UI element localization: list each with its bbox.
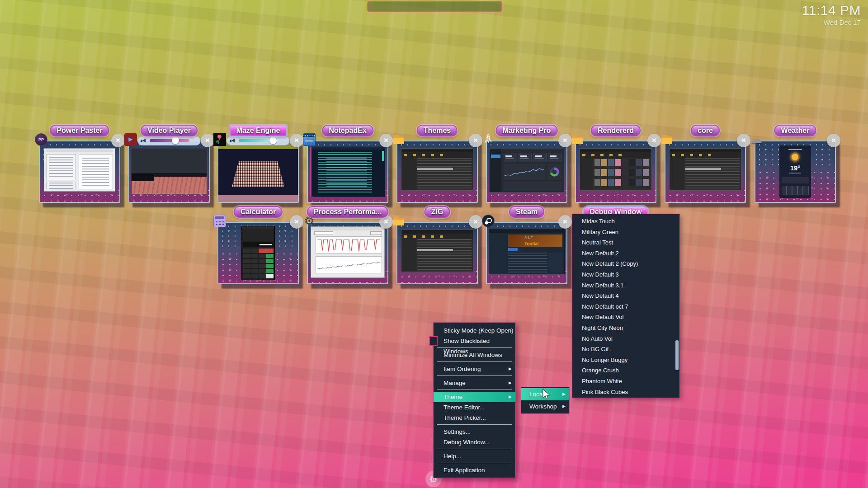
window-label[interactable]: Rendererd xyxy=(591,125,641,136)
menu-item-help[interactable]: Help... xyxy=(434,451,515,461)
left-panel xyxy=(46,154,76,180)
theme-list-item[interactable]: New Default 2 xyxy=(572,248,679,259)
window-item: Rendererd× xyxy=(575,141,656,203)
window-close-button[interactable]: × xyxy=(379,134,393,147)
window-close-button[interactable]: × xyxy=(647,134,661,147)
window-thumbnail[interactable]: ALTToolkit xyxy=(486,222,567,284)
window-thumbnail[interactable] xyxy=(396,222,478,284)
window-label[interactable]: Marketing Pro xyxy=(496,125,558,136)
window-thumbnail[interactable] xyxy=(307,222,388,284)
display-value-line xyxy=(259,244,272,245)
window-thumbnail[interactable] xyxy=(575,141,656,203)
theme-list-item[interactable]: New Default 3.1 xyxy=(572,280,679,291)
window-thumbnail[interactable] xyxy=(665,141,746,203)
store-banner: ALTToolkit xyxy=(508,235,563,247)
window-close-button[interactable]: × xyxy=(201,134,214,147)
thumbnail-tile xyxy=(629,179,635,187)
folder-front xyxy=(661,138,672,144)
window-close-button[interactable]: × xyxy=(290,215,303,229)
window-label[interactable]: Power Paster xyxy=(50,125,109,136)
window-close-button[interactable]: × xyxy=(827,134,840,147)
window-label[interactable]: Themes xyxy=(417,125,458,136)
theme-list-item[interactable]: Orange Crush xyxy=(572,365,679,376)
window-close-button[interactable]: × xyxy=(111,134,125,147)
theme-list-item[interactable]: No Auto Vol xyxy=(572,333,679,344)
clock-time: 11:14 PM xyxy=(802,3,861,18)
window-close-button[interactable]: × xyxy=(469,215,482,229)
theme-list-item[interactable]: New Default Vol xyxy=(572,312,679,323)
window-item: Maze Engine× xyxy=(217,141,299,203)
menu-item-sticky-mode-keep-open[interactable]: Sticky Mode (Keep Open) xyxy=(434,325,515,336)
menu-item-exit-application[interactable]: Exit Application xyxy=(434,465,515,475)
window-label[interactable]: NotepadEx xyxy=(322,125,373,136)
theme-list-item[interactable]: No BG Gif xyxy=(572,344,679,355)
calc-key xyxy=(250,259,258,263)
window-close-button[interactable]: × xyxy=(469,134,482,147)
window-label[interactable]: core xyxy=(691,125,720,136)
theme-list-item[interactable]: Military Green xyxy=(572,227,679,238)
menu-item-theme-editor[interactable]: Theme Editor... xyxy=(434,402,515,413)
window-label[interactable]: Weather xyxy=(774,125,816,136)
speaker-icon-cone xyxy=(142,139,146,142)
window-thumbnail[interactable] xyxy=(128,141,210,203)
menu-item-manage[interactable]: Manage▶ xyxy=(434,378,515,388)
window-thumbnail[interactable] xyxy=(217,141,299,203)
window-thumbnail[interactable] xyxy=(307,141,388,203)
window-close-button[interactable]: × xyxy=(737,134,750,147)
window-label[interactable]: Steam xyxy=(509,206,544,218)
volume-slider[interactable] xyxy=(137,136,201,145)
calc-key xyxy=(259,274,266,278)
checkbox-unchecked[interactable] xyxy=(429,336,438,346)
volume-knob[interactable] xyxy=(269,137,277,144)
window-label[interactable]: Maze Engine xyxy=(230,125,287,136)
window-label[interactable]: Calculator xyxy=(234,206,283,218)
theme-list-item[interactable]: New Default 2 (Copy) xyxy=(572,258,679,269)
volume-slider[interactable] xyxy=(226,136,290,145)
stat-card xyxy=(504,153,517,162)
theme-list-scrollbar[interactable] xyxy=(675,340,679,370)
submenu-item-workshop[interactable]: Workshop▶ xyxy=(521,400,569,413)
app-window xyxy=(401,230,473,272)
window-thumbnail[interactable] xyxy=(217,222,299,284)
window-thumbnail[interactable]: 19° xyxy=(755,141,836,203)
theme-list-item[interactable]: New Default 3 xyxy=(572,269,679,280)
theme-list-item[interactable]: Night City Neon xyxy=(572,323,679,333)
window-close-button[interactable]: × xyxy=(558,134,572,147)
thumbnail-tile xyxy=(594,179,600,187)
window-label[interactable]: Video Player xyxy=(141,125,198,136)
menu-item-theme-picker[interactable]: Theme Picker... xyxy=(434,413,515,423)
cpu-chart-box xyxy=(316,236,382,253)
window-close-button[interactable]: × xyxy=(290,134,303,147)
menu-item-settings[interactable]: Settings... xyxy=(434,427,515,437)
calculator-icon xyxy=(213,215,226,227)
window-thumbnail[interactable] xyxy=(396,141,478,203)
theme-list-item[interactable]: Midas Touch xyxy=(572,216,679,227)
window-label[interactable]: ZIG xyxy=(425,206,450,218)
volume-knob[interactable] xyxy=(172,137,179,144)
explorer-toolbar xyxy=(401,152,473,158)
calc-key xyxy=(250,254,258,258)
titlebar xyxy=(580,149,651,152)
calc-key xyxy=(259,249,266,253)
menu-item-minimize-all-windows[interactable]: Minimize All Windows xyxy=(434,350,515,360)
theme-list-item[interactable]: Phantom White xyxy=(572,376,679,387)
menu-item-item-ordering[interactable]: Item Ordering▶ xyxy=(434,364,515,374)
thumbnail-tile xyxy=(636,169,642,177)
window-thumbnail[interactable] xyxy=(39,141,120,203)
thumbnail-tile xyxy=(594,159,600,167)
theme-list-item[interactable]: New Default 4 xyxy=(572,291,679,301)
thumbnail-tile xyxy=(643,159,649,167)
menu-item-show-blacklisted-windows[interactable]: Show Blacklisted Windows xyxy=(434,336,515,346)
window-label[interactable]: Process Performa... xyxy=(307,206,388,218)
window-thumbnail[interactable] xyxy=(486,141,567,203)
thumbnail-screen xyxy=(665,141,745,202)
theme-list-item[interactable]: No Longer Buggy xyxy=(572,355,679,366)
theme-list-item[interactable]: New Default oct 7 xyxy=(572,301,679,312)
menu-item-debug-window[interactable]: Debug Window... xyxy=(434,437,515,447)
theme-list-item[interactable]: Neutral Test xyxy=(572,237,679,248)
folder-icon xyxy=(660,133,673,146)
menu-item-theme[interactable]: Theme▶ xyxy=(434,392,515,402)
drop-target-bar[interactable] xyxy=(367,1,502,12)
window-close-button[interactable]: × xyxy=(558,215,572,229)
theme-list-item[interactable]: Pink Black Cubes xyxy=(572,387,679,398)
